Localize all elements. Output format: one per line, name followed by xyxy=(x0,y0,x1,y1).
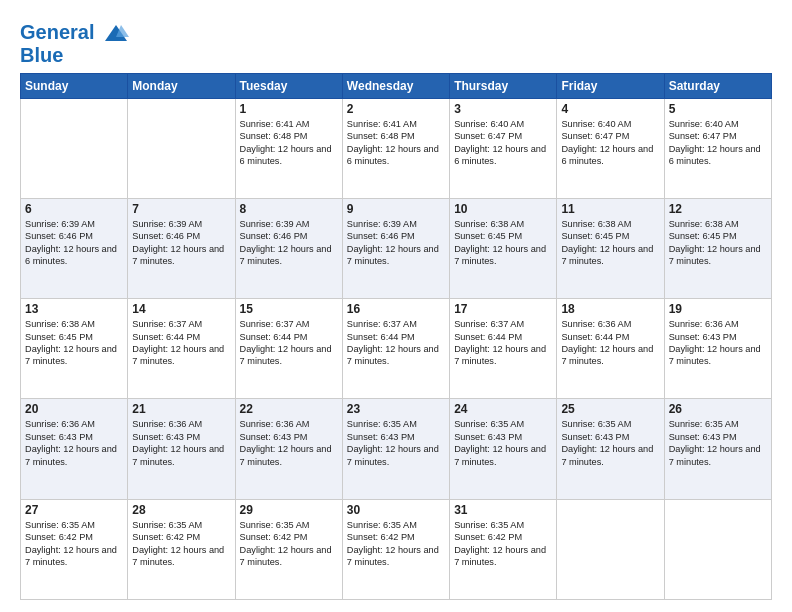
cell-details: Sunrise: 6:35 AMSunset: 6:43 PMDaylight:… xyxy=(669,418,767,468)
cell-details: Sunrise: 6:40 AMSunset: 6:47 PMDaylight:… xyxy=(561,118,659,168)
day-number: 20 xyxy=(25,402,123,416)
weekday-header: Sunday xyxy=(21,73,128,98)
day-number: 15 xyxy=(240,302,338,316)
cell-details: Sunrise: 6:39 AMSunset: 6:46 PMDaylight:… xyxy=(25,218,123,268)
cell-details: Sunrise: 6:37 AMSunset: 6:44 PMDaylight:… xyxy=(454,318,552,368)
calendar-cell: 29Sunrise: 6:35 AMSunset: 6:42 PMDayligh… xyxy=(235,499,342,599)
cell-details: Sunrise: 6:37 AMSunset: 6:44 PMDaylight:… xyxy=(240,318,338,368)
calendar-week-row: 6Sunrise: 6:39 AMSunset: 6:46 PMDaylight… xyxy=(21,198,772,298)
day-number: 7 xyxy=(132,202,230,216)
calendar-cell: 8Sunrise: 6:39 AMSunset: 6:46 PMDaylight… xyxy=(235,198,342,298)
day-number: 24 xyxy=(454,402,552,416)
calendar-cell: 23Sunrise: 6:35 AMSunset: 6:43 PMDayligh… xyxy=(342,399,449,499)
cell-details: Sunrise: 6:36 AMSunset: 6:43 PMDaylight:… xyxy=(132,418,230,468)
logo-icon xyxy=(103,23,129,45)
weekday-header: Friday xyxy=(557,73,664,98)
cell-details: Sunrise: 6:36 AMSunset: 6:43 PMDaylight:… xyxy=(240,418,338,468)
day-number: 2 xyxy=(347,102,445,116)
calendar-header-row: SundayMondayTuesdayWednesdayThursdayFrid… xyxy=(21,73,772,98)
calendar-cell: 11Sunrise: 6:38 AMSunset: 6:45 PMDayligh… xyxy=(557,198,664,298)
calendar-cell: 17Sunrise: 6:37 AMSunset: 6:44 PMDayligh… xyxy=(450,299,557,399)
cell-details: Sunrise: 6:41 AMSunset: 6:48 PMDaylight:… xyxy=(240,118,338,168)
cell-details: Sunrise: 6:39 AMSunset: 6:46 PMDaylight:… xyxy=(132,218,230,268)
calendar-cell: 12Sunrise: 6:38 AMSunset: 6:45 PMDayligh… xyxy=(664,198,771,298)
day-number: 28 xyxy=(132,503,230,517)
calendar-cell: 5Sunrise: 6:40 AMSunset: 6:47 PMDaylight… xyxy=(664,98,771,198)
day-number: 21 xyxy=(132,402,230,416)
calendar-cell: 21Sunrise: 6:36 AMSunset: 6:43 PMDayligh… xyxy=(128,399,235,499)
day-number: 26 xyxy=(669,402,767,416)
weekday-header: Wednesday xyxy=(342,73,449,98)
cell-details: Sunrise: 6:35 AMSunset: 6:42 PMDaylight:… xyxy=(240,519,338,569)
cell-details: Sunrise: 6:36 AMSunset: 6:44 PMDaylight:… xyxy=(561,318,659,368)
calendar-week-row: 27Sunrise: 6:35 AMSunset: 6:42 PMDayligh… xyxy=(21,499,772,599)
calendar-cell xyxy=(557,499,664,599)
calendar-cell: 30Sunrise: 6:35 AMSunset: 6:42 PMDayligh… xyxy=(342,499,449,599)
calendar-cell: 16Sunrise: 6:37 AMSunset: 6:44 PMDayligh… xyxy=(342,299,449,399)
day-number: 18 xyxy=(561,302,659,316)
calendar-cell: 27Sunrise: 6:35 AMSunset: 6:42 PMDayligh… xyxy=(21,499,128,599)
day-number: 19 xyxy=(669,302,767,316)
cell-details: Sunrise: 6:38 AMSunset: 6:45 PMDaylight:… xyxy=(669,218,767,268)
cell-details: Sunrise: 6:40 AMSunset: 6:47 PMDaylight:… xyxy=(454,118,552,168)
day-number: 14 xyxy=(132,302,230,316)
calendar-cell xyxy=(128,98,235,198)
cell-details: Sunrise: 6:37 AMSunset: 6:44 PMDaylight:… xyxy=(347,318,445,368)
day-number: 6 xyxy=(25,202,123,216)
calendar-cell: 24Sunrise: 6:35 AMSunset: 6:43 PMDayligh… xyxy=(450,399,557,499)
calendar-cell: 18Sunrise: 6:36 AMSunset: 6:44 PMDayligh… xyxy=(557,299,664,399)
cell-details: Sunrise: 6:39 AMSunset: 6:46 PMDaylight:… xyxy=(347,218,445,268)
weekday-header: Thursday xyxy=(450,73,557,98)
day-number: 31 xyxy=(454,503,552,517)
day-number: 17 xyxy=(454,302,552,316)
cell-details: Sunrise: 6:36 AMSunset: 6:43 PMDaylight:… xyxy=(669,318,767,368)
calendar-cell: 28Sunrise: 6:35 AMSunset: 6:42 PMDayligh… xyxy=(128,499,235,599)
day-number: 3 xyxy=(454,102,552,116)
day-number: 1 xyxy=(240,102,338,116)
logo-general: General xyxy=(20,21,94,43)
calendar-cell: 20Sunrise: 6:36 AMSunset: 6:43 PMDayligh… xyxy=(21,399,128,499)
logo-blue: Blue xyxy=(20,45,129,65)
cell-details: Sunrise: 6:38 AMSunset: 6:45 PMDaylight:… xyxy=(454,218,552,268)
logo-text: General xyxy=(20,22,129,45)
calendar-cell: 26Sunrise: 6:35 AMSunset: 6:43 PMDayligh… xyxy=(664,399,771,499)
weekday-header: Monday xyxy=(128,73,235,98)
calendar-cell: 7Sunrise: 6:39 AMSunset: 6:46 PMDaylight… xyxy=(128,198,235,298)
calendar-cell: 31Sunrise: 6:35 AMSunset: 6:42 PMDayligh… xyxy=(450,499,557,599)
day-number: 9 xyxy=(347,202,445,216)
cell-details: Sunrise: 6:35 AMSunset: 6:42 PMDaylight:… xyxy=(347,519,445,569)
cell-details: Sunrise: 6:35 AMSunset: 6:43 PMDaylight:… xyxy=(347,418,445,468)
calendar-cell: 1Sunrise: 6:41 AMSunset: 6:48 PMDaylight… xyxy=(235,98,342,198)
cell-details: Sunrise: 6:38 AMSunset: 6:45 PMDaylight:… xyxy=(561,218,659,268)
day-number: 13 xyxy=(25,302,123,316)
calendar-week-row: 1Sunrise: 6:41 AMSunset: 6:48 PMDaylight… xyxy=(21,98,772,198)
calendar-cell: 3Sunrise: 6:40 AMSunset: 6:47 PMDaylight… xyxy=(450,98,557,198)
day-number: 5 xyxy=(669,102,767,116)
cell-details: Sunrise: 6:35 AMSunset: 6:43 PMDaylight:… xyxy=(454,418,552,468)
day-number: 23 xyxy=(347,402,445,416)
day-number: 30 xyxy=(347,503,445,517)
day-number: 22 xyxy=(240,402,338,416)
day-number: 8 xyxy=(240,202,338,216)
day-number: 27 xyxy=(25,503,123,517)
day-number: 4 xyxy=(561,102,659,116)
calendar-cell xyxy=(21,98,128,198)
calendar-cell: 22Sunrise: 6:36 AMSunset: 6:43 PMDayligh… xyxy=(235,399,342,499)
calendar-week-row: 13Sunrise: 6:38 AMSunset: 6:45 PMDayligh… xyxy=(21,299,772,399)
calendar-cell: 6Sunrise: 6:39 AMSunset: 6:46 PMDaylight… xyxy=(21,198,128,298)
calendar-cell xyxy=(664,499,771,599)
calendar-cell: 10Sunrise: 6:38 AMSunset: 6:45 PMDayligh… xyxy=(450,198,557,298)
calendar-cell: 9Sunrise: 6:39 AMSunset: 6:46 PMDaylight… xyxy=(342,198,449,298)
calendar-cell: 14Sunrise: 6:37 AMSunset: 6:44 PMDayligh… xyxy=(128,299,235,399)
day-number: 12 xyxy=(669,202,767,216)
cell-details: Sunrise: 6:35 AMSunset: 6:43 PMDaylight:… xyxy=(561,418,659,468)
header: General Blue xyxy=(20,18,772,65)
day-number: 11 xyxy=(561,202,659,216)
calendar-cell: 2Sunrise: 6:41 AMSunset: 6:48 PMDaylight… xyxy=(342,98,449,198)
cell-details: Sunrise: 6:38 AMSunset: 6:45 PMDaylight:… xyxy=(25,318,123,368)
cell-details: Sunrise: 6:35 AMSunset: 6:42 PMDaylight:… xyxy=(132,519,230,569)
cell-details: Sunrise: 6:36 AMSunset: 6:43 PMDaylight:… xyxy=(25,418,123,468)
calendar-cell: 4Sunrise: 6:40 AMSunset: 6:47 PMDaylight… xyxy=(557,98,664,198)
weekday-header: Saturday xyxy=(664,73,771,98)
day-number: 16 xyxy=(347,302,445,316)
